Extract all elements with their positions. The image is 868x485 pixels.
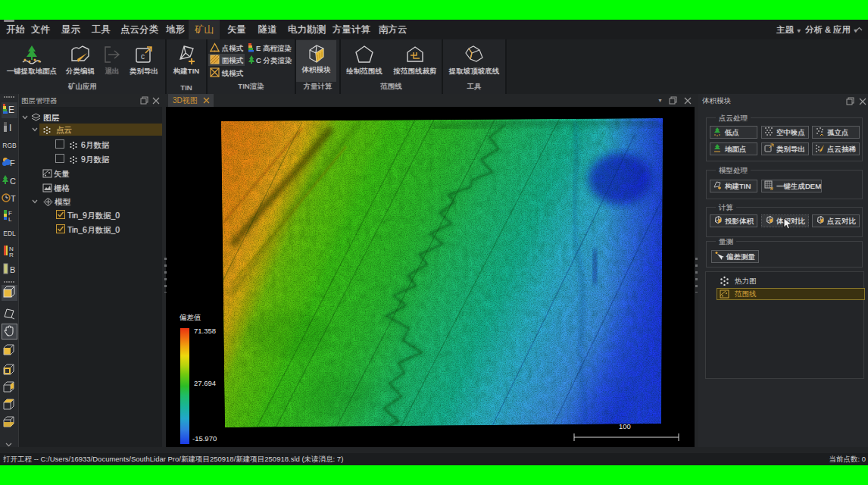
svg-text:C: C [10, 177, 16, 186]
svg-text:R: R [9, 252, 14, 258]
svg-text:L: L [8, 216, 12, 223]
svg-text:B: B [10, 265, 15, 274]
svg-text:F: F [10, 158, 15, 167]
svg-text:I: I [9, 123, 11, 133]
svg-text:E: E [8, 105, 14, 115]
svg-text:c: c [141, 52, 145, 61]
svg-text:T: T [11, 194, 16, 203]
